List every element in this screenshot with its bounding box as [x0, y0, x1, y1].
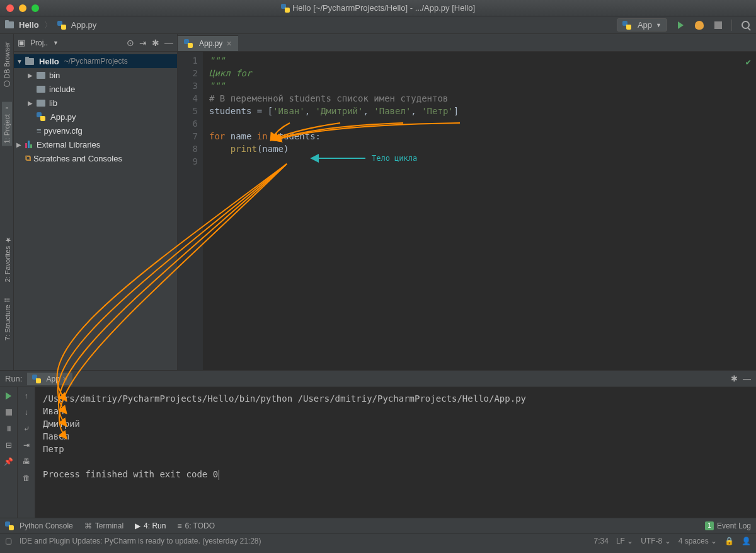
run-tab-bottom[interactable]: ▶4: Run — [135, 521, 166, 530]
window-zoom-button[interactable] — [32, 4, 39, 12]
play-icon — [678, 21, 684, 29]
annotation-label: Тело цикла — [372, 154, 417, 163]
code-token: 'Павел' — [374, 106, 411, 116]
code-token: in — [251, 131, 273, 141]
bottom-tool-tabs: Python Console ⌘Terminal ▶4: Run ≡6: TOD… — [0, 518, 756, 533]
file-encoding[interactable]: UTF-8 ⌄ — [641, 537, 670, 545]
db-browser-tab[interactable]: DB Browser — [2, 39, 12, 90]
folder-icon: ▫ — [3, 105, 11, 112]
tree-scratches[interactable]: ⧉Scratches and Consoles — [14, 151, 177, 165]
settings-icon[interactable]: ✱ — [152, 38, 159, 48]
code-token: 'Петр' — [421, 106, 454, 116]
down-button[interactable]: ↓ — [21, 407, 32, 417]
tree-file-pyvenv[interactable]: ≡pyvenv.cfg — [14, 124, 177, 137]
stop-icon — [714, 21, 722, 29]
scroll-to-end-button[interactable]: ⇥ — [21, 440, 32, 450]
soft-wrap-button[interactable]: ⤶ — [21, 424, 32, 434]
tool-window-toggle-icon[interactable]: ▢ — [5, 537, 12, 545]
run-config-name: App — [638, 20, 652, 30]
python-icon — [281, 4, 290, 13]
pin-button[interactable]: 📌 — [4, 457, 14, 467]
expand-arrow-icon[interactable]: ▶ — [28, 100, 34, 107]
line-separator[interactable]: LF ⌄ — [616, 537, 633, 545]
caret — [219, 470, 219, 480]
settings-icon[interactable]: ✱ — [731, 374, 738, 383]
status-bar: ▢ IDE and Plugin Updates: PyCharm is rea… — [0, 533, 756, 548]
tree-file-app[interactable]: App.py — [14, 110, 177, 124]
code-editor[interactable]: ✔ 1 2 3 4 5 6 7 8 9 """ Цикл for """ # В… — [178, 52, 756, 370]
rerun-button[interactable] — [4, 391, 14, 401]
tab-label: App.py — [199, 39, 222, 48]
python-console-tab[interactable]: Python Console — [5, 521, 73, 530]
breadcrumb-project[interactable]: Hello — [19, 20, 39, 30]
breadcrumb-separator: 〉 — [44, 20, 52, 31]
clear-button[interactable]: 🗑 — [21, 473, 32, 483]
window-minimize-button[interactable] — [19, 4, 26, 12]
print-button[interactable]: 🖶 — [21, 457, 32, 467]
event-count-badge: 1 — [705, 521, 714, 530]
collapse-all-icon[interactable]: ⇥ — [139, 38, 147, 48]
todo-tab[interactable]: ≡6: TODO — [177, 521, 215, 530]
stop-button[interactable] — [713, 20, 724, 31]
panel-title[interactable]: Proj.. — [30, 38, 48, 47]
window-close-button[interactable] — [6, 4, 14, 12]
expand-arrow-icon[interactable]: ▶ — [16, 141, 23, 148]
layout-button[interactable]: ⊟ — [4, 440, 14, 450]
line-num: 3 — [178, 79, 198, 92]
terminal-tab[interactable]: ⌘Terminal — [84, 521, 123, 530]
chevron-down-icon: ▼ — [656, 22, 662, 28]
pause-button[interactable]: ⏸ — [4, 424, 14, 434]
terminal-icon: ⌘ — [84, 521, 92, 530]
debug-button[interactable] — [694, 20, 705, 31]
hide-panel-icon[interactable]: — — [164, 38, 173, 48]
caret-position[interactable]: 7:34 — [594, 537, 609, 545]
expand-arrow-icon[interactable]: ▶ — [28, 72, 34, 79]
breadcrumb-file[interactable]: App.py — [71, 20, 96, 30]
navigation-bar: Hello 〉 App.py App ▼ — [0, 16, 756, 34]
code-token: """ — [209, 55, 225, 66]
code-token: students: — [273, 131, 321, 141]
tree-folder-lib[interactable]: ▶lib — [14, 96, 177, 110]
stop-button[interactable] — [4, 407, 14, 417]
tree-root[interactable]: ▼ Hello ~/PycharmProjects — [14, 54, 177, 68]
tree-external-libs[interactable]: ▶External Libraries — [14, 137, 177, 151]
favorites-tab[interactable]: 2: Favorites ★ — [2, 233, 13, 285]
chevron-down-icon[interactable]: ▼ — [53, 40, 59, 46]
run-tab[interactable]: App ✕ — [27, 373, 72, 385]
run-config-selector[interactable]: App ▼ — [617, 18, 667, 32]
code-token: 'Иван' — [273, 106, 305, 116]
code-token: name — [231, 131, 252, 141]
indent-settings[interactable]: 4 spaces ⌄ — [679, 537, 717, 545]
project-panel-header: ▣ Proj.. ▼ ⊙ ⇥ ✱ — — [14, 34, 177, 52]
run-button[interactable] — [675, 20, 686, 31]
tree-folder-bin[interactable]: ▶bin — [14, 68, 177, 82]
search-everywhere-button[interactable] — [740, 20, 751, 31]
tree-label: include — [49, 84, 75, 94]
lock-icon[interactable]: 🔒 — [724, 537, 734, 545]
code-content[interactable]: """ Цикл for """ # В переменной students… — [203, 52, 756, 370]
editor-tab[interactable]: App.py ✕ — [178, 35, 238, 51]
python-icon — [37, 112, 45, 121]
expand-arrow-icon[interactable]: ▼ — [16, 58, 23, 65]
line-num: 2 — [178, 67, 198, 79]
console-line: Павел — [43, 431, 69, 441]
line-num: 5 — [178, 105, 198, 117]
hide-panel-icon[interactable]: — — [743, 374, 751, 383]
hector-icon[interactable]: 👤 — [742, 537, 751, 545]
close-tab-icon[interactable]: ✕ — [62, 375, 67, 382]
status-message[interactable]: IDE and Plugin Updates: PyCharm is ready… — [20, 537, 261, 545]
scroll-from-source-icon[interactable]: ⊙ — [127, 38, 134, 48]
structure-tab[interactable]: 7: Structure ⠿ — [2, 295, 13, 343]
up-button[interactable]: ↑ — [21, 391, 32, 401]
project-tab[interactable]: 1: Project ▫ — [2, 102, 12, 146]
structure-icon: ⠿ — [4, 298, 11, 303]
console-output[interactable]: /Users/dmitriy/PycharmProjects/Hello/bin… — [35, 387, 756, 518]
python-icon — [622, 21, 631, 30]
event-log-tab[interactable]: 1Event Log — [705, 521, 751, 530]
folder-icon — [25, 58, 34, 65]
window-title: Hello [~/PycharmProjects/Hello] - .../Ap… — [0, 3, 756, 13]
code-token: , — [363, 106, 374, 116]
close-tab-icon[interactable]: ✕ — [226, 40, 232, 48]
code-token: students — [209, 106, 257, 116]
tree-folder-include[interactable]: include — [14, 82, 177, 96]
